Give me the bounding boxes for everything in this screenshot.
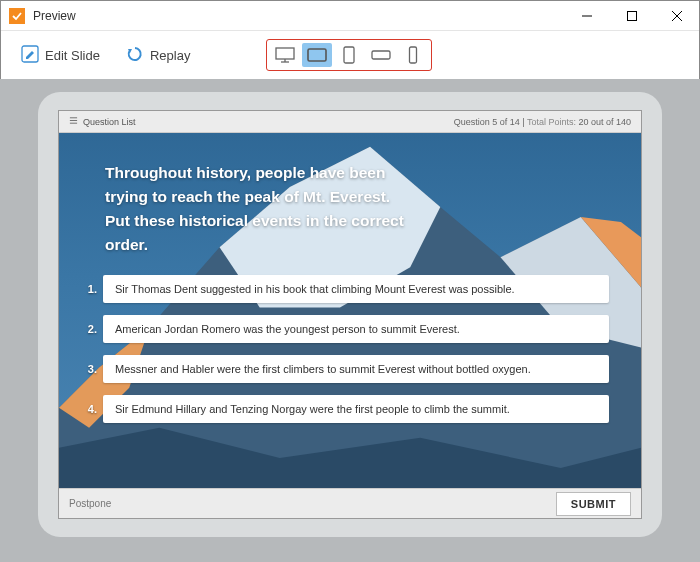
slide-footer: Postpone SUBMIT — [59, 488, 641, 518]
app-icon — [9, 8, 25, 24]
minimize-button[interactable] — [564, 1, 609, 30]
question-text: Throughout history, people have been try… — [59, 133, 499, 275]
answer-number: 3. — [81, 363, 103, 375]
svg-rect-10 — [344, 47, 354, 63]
replay-button[interactable]: Replay — [120, 41, 196, 70]
edit-slide-button[interactable]: Edit Slide — [15, 41, 106, 70]
slide-meta: Question 5 of 14 | Total Points: 20 out … — [454, 117, 631, 127]
device-desktop-button[interactable] — [270, 43, 300, 67]
answer-row: 3. Messner and Habler were the first cli… — [81, 355, 609, 383]
submit-button[interactable]: SUBMIT — [556, 492, 631, 516]
list-icon — [69, 116, 78, 127]
answer-row: 2. American Jordan Romero was the younge… — [81, 315, 609, 343]
slide-header: Question List Question 5 of 14 | Total P… — [59, 111, 641, 133]
slide: Question List Question 5 of 14 | Total P… — [58, 110, 642, 519]
replay-icon — [126, 45, 144, 66]
replay-label: Replay — [150, 48, 190, 63]
answers-list: 1. Sir Thomas Dent suggested in his book… — [59, 275, 641, 423]
maximize-button[interactable] — [609, 1, 654, 30]
titlebar: Preview — [1, 1, 699, 31]
points-label: Total Points: — [527, 117, 579, 127]
answer-item[interactable]: Messner and Habler were the first climbe… — [103, 355, 609, 383]
svg-rect-9 — [308, 49, 326, 61]
svg-rect-1 — [627, 11, 636, 20]
device-tablet-portrait-button[interactable] — [334, 43, 364, 67]
svg-rect-11 — [372, 51, 390, 59]
window-controls — [564, 1, 699, 30]
edit-slide-label: Edit Slide — [45, 48, 100, 63]
question-list-label: Question List — [83, 117, 136, 127]
edit-icon — [21, 45, 39, 66]
window-title: Preview — [33, 9, 564, 23]
device-preview-group — [266, 39, 432, 71]
toolbar: Edit Slide Replay — [1, 31, 699, 79]
svg-rect-12 — [410, 47, 417, 63]
device-phone-portrait-button[interactable] — [398, 43, 428, 67]
slide-body: Throughout history, people have been try… — [59, 133, 641, 488]
points-value: 20 out of 140 — [578, 117, 631, 127]
answer-item[interactable]: Sir Thomas Dent suggested in his book th… — [103, 275, 609, 303]
answer-item[interactable]: Sir Edmund Hillary and Tenzing Norgay we… — [103, 395, 609, 423]
answer-number: 2. — [81, 323, 103, 335]
answer-number: 4. — [81, 403, 103, 415]
answer-row: 4. Sir Edmund Hillary and Tenzing Norgay… — [81, 395, 609, 423]
preview-stage: Question List Question 5 of 14 | Total P… — [0, 79, 700, 562]
postpone-button[interactable]: Postpone — [69, 498, 111, 509]
answer-item[interactable]: American Jordan Romero was the youngest … — [103, 315, 609, 343]
answer-number: 1. — [81, 283, 103, 295]
question-list-button[interactable]: Question List — [69, 116, 454, 127]
close-button[interactable] — [654, 1, 699, 30]
device-phone-landscape-button[interactable] — [366, 43, 396, 67]
device-tablet-landscape-button[interactable] — [302, 43, 332, 67]
question-counter: Question 5 of 14 — [454, 117, 520, 127]
device-frame: Question List Question 5 of 14 | Total P… — [38, 92, 662, 537]
svg-rect-6 — [276, 48, 294, 59]
answer-row: 1. Sir Thomas Dent suggested in his book… — [81, 275, 609, 303]
